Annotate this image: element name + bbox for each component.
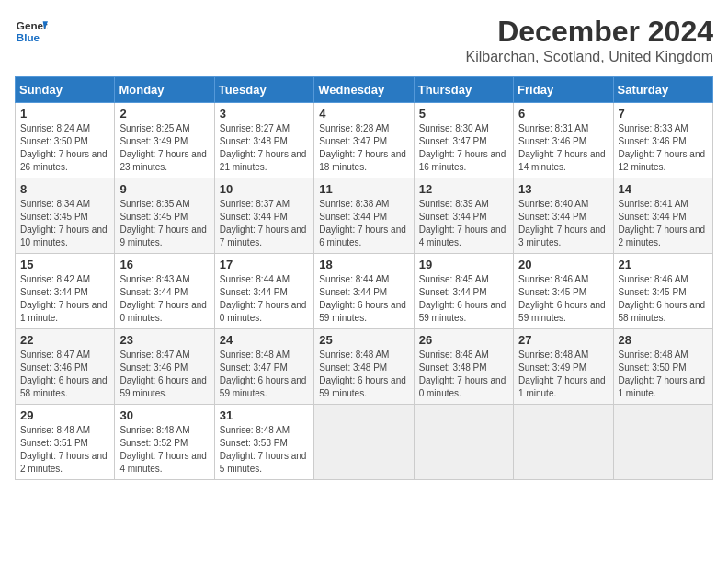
day-number: 11 xyxy=(319,182,408,196)
day-info: Sunrise: 8:48 AM Sunset: 3:48 PM Dayligh… xyxy=(419,349,508,400)
calendar-cell: 21 Sunrise: 8:46 AM Sunset: 3:45 PM Dayl… xyxy=(613,254,712,329)
day-number: 18 xyxy=(319,258,408,271)
day-number: 24 xyxy=(220,333,309,347)
svg-text:General: General xyxy=(17,19,48,31)
day-info: Sunrise: 8:47 AM Sunset: 3:46 PM Dayligh… xyxy=(20,349,109,400)
calendar-cell: 16 Sunrise: 8:43 AM Sunset: 3:44 PM Dayl… xyxy=(115,254,214,329)
calendar-cell: 15 Sunrise: 8:42 AM Sunset: 3:44 PM Dayl… xyxy=(16,254,115,329)
day-info: Sunrise: 8:38 AM Sunset: 3:44 PM Dayligh… xyxy=(319,198,408,249)
calendar-cell: 23 Sunrise: 8:47 AM Sunset: 3:46 PM Dayl… xyxy=(115,329,214,405)
day-info: Sunrise: 8:41 AM Sunset: 3:44 PM Dayligh… xyxy=(619,198,708,249)
location-title: Kilbarchan, Scotland, United Kingdom xyxy=(466,49,714,65)
logo: General Blue xyxy=(15,15,48,48)
calendar-cell: 13 Sunrise: 8:40 AM Sunset: 3:44 PM Dayl… xyxy=(514,178,613,254)
calendar-cell: 8 Sunrise: 8:34 AM Sunset: 3:45 PM Dayli… xyxy=(16,178,115,254)
calendar-week: 22 Sunrise: 8:47 AM Sunset: 3:46 PM Dayl… xyxy=(16,329,713,405)
logo-icon: General Blue xyxy=(15,15,48,48)
calendar-cell: 9 Sunrise: 8:35 AM Sunset: 3:45 PM Dayli… xyxy=(115,178,214,254)
calendar-cell: 2 Sunrise: 8:25 AM Sunset: 3:49 PM Dayli… xyxy=(115,103,214,178)
calendar-cell: 31 Sunrise: 8:48 AM Sunset: 3:53 PM Dayl… xyxy=(214,405,313,480)
day-number: 3 xyxy=(220,107,309,121)
day-info: Sunrise: 8:42 AM Sunset: 3:44 PM Dayligh… xyxy=(20,273,109,325)
calendar-cell: 19 Sunrise: 8:45 AM Sunset: 3:44 PM Dayl… xyxy=(414,254,513,329)
calendar-week: 15 Sunrise: 8:42 AM Sunset: 3:44 PM Dayl… xyxy=(16,254,713,329)
day-info: Sunrise: 8:46 AM Sunset: 3:45 PM Dayligh… xyxy=(619,273,708,325)
calendar-cell: 28 Sunrise: 8:48 AM Sunset: 3:50 PM Dayl… xyxy=(613,329,712,405)
calendar-cell xyxy=(514,405,613,480)
day-info: Sunrise: 8:24 AM Sunset: 3:50 PM Dayligh… xyxy=(20,122,109,174)
calendar-cell: 12 Sunrise: 8:39 AM Sunset: 3:44 PM Dayl… xyxy=(414,178,513,254)
weekday-header: Thursday xyxy=(414,77,513,103)
weekday-header: Wednesday xyxy=(314,77,414,103)
calendar-cell: 7 Sunrise: 8:33 AM Sunset: 3:46 PM Dayli… xyxy=(613,103,712,178)
day-info: Sunrise: 8:48 AM Sunset: 3:47 PM Dayligh… xyxy=(220,349,309,400)
calendar-cell: 27 Sunrise: 8:48 AM Sunset: 3:49 PM Dayl… xyxy=(514,329,613,405)
calendar-table: SundayMondayTuesdayWednesdayThursdayFrid… xyxy=(15,76,713,480)
day-number: 4 xyxy=(319,107,408,121)
day-info: Sunrise: 8:48 AM Sunset: 3:50 PM Dayligh… xyxy=(619,349,708,400)
calendar-cell: 24 Sunrise: 8:48 AM Sunset: 3:47 PM Dayl… xyxy=(214,329,313,405)
weekday-header: Monday xyxy=(115,77,214,103)
calendar-cell: 22 Sunrise: 8:47 AM Sunset: 3:46 PM Dayl… xyxy=(16,329,115,405)
calendar-cell xyxy=(613,405,712,480)
day-info: Sunrise: 8:31 AM Sunset: 3:46 PM Dayligh… xyxy=(518,122,608,174)
day-number: 2 xyxy=(119,107,209,121)
calendar-cell: 10 Sunrise: 8:37 AM Sunset: 3:44 PM Dayl… xyxy=(214,178,313,254)
calendar-cell: 18 Sunrise: 8:44 AM Sunset: 3:44 PM Dayl… xyxy=(314,254,414,329)
weekday-header: Tuesday xyxy=(214,77,313,103)
day-info: Sunrise: 8:44 AM Sunset: 3:44 PM Dayligh… xyxy=(220,273,309,325)
day-number: 25 xyxy=(319,333,408,347)
calendar-cell: 25 Sunrise: 8:48 AM Sunset: 3:48 PM Dayl… xyxy=(314,329,414,405)
day-info: Sunrise: 8:45 AM Sunset: 3:44 PM Dayligh… xyxy=(419,273,508,325)
day-info: Sunrise: 8:47 AM Sunset: 3:46 PM Dayligh… xyxy=(119,349,209,400)
day-number: 22 xyxy=(20,333,109,347)
day-info: Sunrise: 8:46 AM Sunset: 3:45 PM Dayligh… xyxy=(518,273,608,325)
calendar-cell xyxy=(314,405,414,480)
day-info: Sunrise: 8:44 AM Sunset: 3:44 PM Dayligh… xyxy=(319,273,408,325)
calendar-cell: 17 Sunrise: 8:44 AM Sunset: 3:44 PM Dayl… xyxy=(214,254,313,329)
day-info: Sunrise: 8:48 AM Sunset: 3:52 PM Dayligh… xyxy=(119,424,209,476)
day-info: Sunrise: 8:27 AM Sunset: 3:48 PM Dayligh… xyxy=(220,122,309,174)
day-number: 14 xyxy=(619,182,708,196)
day-info: Sunrise: 8:48 AM Sunset: 3:53 PM Dayligh… xyxy=(220,424,309,476)
day-number: 7 xyxy=(619,107,708,121)
calendar-cell: 20 Sunrise: 8:46 AM Sunset: 3:45 PM Dayl… xyxy=(514,254,613,329)
day-info: Sunrise: 8:37 AM Sunset: 3:44 PM Dayligh… xyxy=(220,198,309,249)
day-info: Sunrise: 8:34 AM Sunset: 3:45 PM Dayligh… xyxy=(20,198,109,249)
calendar-cell xyxy=(414,405,513,480)
calendar-week: 8 Sunrise: 8:34 AM Sunset: 3:45 PM Dayli… xyxy=(16,178,713,254)
day-number: 27 xyxy=(518,333,608,347)
month-title: December 2024 xyxy=(466,15,714,49)
day-info: Sunrise: 8:28 AM Sunset: 3:47 PM Dayligh… xyxy=(319,122,408,174)
day-number: 26 xyxy=(419,333,508,347)
calendar-cell: 14 Sunrise: 8:41 AM Sunset: 3:44 PM Dayl… xyxy=(613,178,712,254)
day-info: Sunrise: 8:39 AM Sunset: 3:44 PM Dayligh… xyxy=(419,198,508,249)
day-number: 8 xyxy=(20,182,109,196)
day-number: 20 xyxy=(518,258,608,271)
day-number: 5 xyxy=(419,107,508,121)
weekday-header: Friday xyxy=(514,77,613,103)
day-number: 9 xyxy=(119,182,209,196)
calendar-cell: 29 Sunrise: 8:48 AM Sunset: 3:51 PM Dayl… xyxy=(16,405,115,480)
day-number: 30 xyxy=(119,408,209,422)
day-number: 29 xyxy=(20,408,109,422)
calendar-week: 29 Sunrise: 8:48 AM Sunset: 3:51 PM Dayl… xyxy=(16,405,713,480)
calendar-cell: 4 Sunrise: 8:28 AM Sunset: 3:47 PM Dayli… xyxy=(314,103,414,178)
day-number: 1 xyxy=(20,107,109,121)
weekday-header: Sunday xyxy=(16,77,115,103)
day-number: 28 xyxy=(619,333,708,347)
calendar-body: 1 Sunrise: 8:24 AM Sunset: 3:50 PM Dayli… xyxy=(16,103,713,480)
calendar-cell: 6 Sunrise: 8:31 AM Sunset: 3:46 PM Dayli… xyxy=(514,103,613,178)
page-header: General Blue December 2024 Kilbarchan, S… xyxy=(15,15,713,65)
calendar-cell: 3 Sunrise: 8:27 AM Sunset: 3:48 PM Dayli… xyxy=(214,103,313,178)
day-info: Sunrise: 8:25 AM Sunset: 3:49 PM Dayligh… xyxy=(119,122,209,174)
day-number: 17 xyxy=(220,258,309,271)
calendar-cell: 30 Sunrise: 8:48 AM Sunset: 3:52 PM Dayl… xyxy=(115,405,214,480)
day-info: Sunrise: 8:33 AM Sunset: 3:46 PM Dayligh… xyxy=(619,122,708,174)
day-number: 10 xyxy=(220,182,309,196)
svg-text:Blue: Blue xyxy=(17,31,40,43)
day-info: Sunrise: 8:48 AM Sunset: 3:48 PM Dayligh… xyxy=(319,349,408,400)
day-info: Sunrise: 8:43 AM Sunset: 3:44 PM Dayligh… xyxy=(119,273,209,325)
day-number: 12 xyxy=(419,182,508,196)
day-info: Sunrise: 8:48 AM Sunset: 3:51 PM Dayligh… xyxy=(20,424,109,476)
